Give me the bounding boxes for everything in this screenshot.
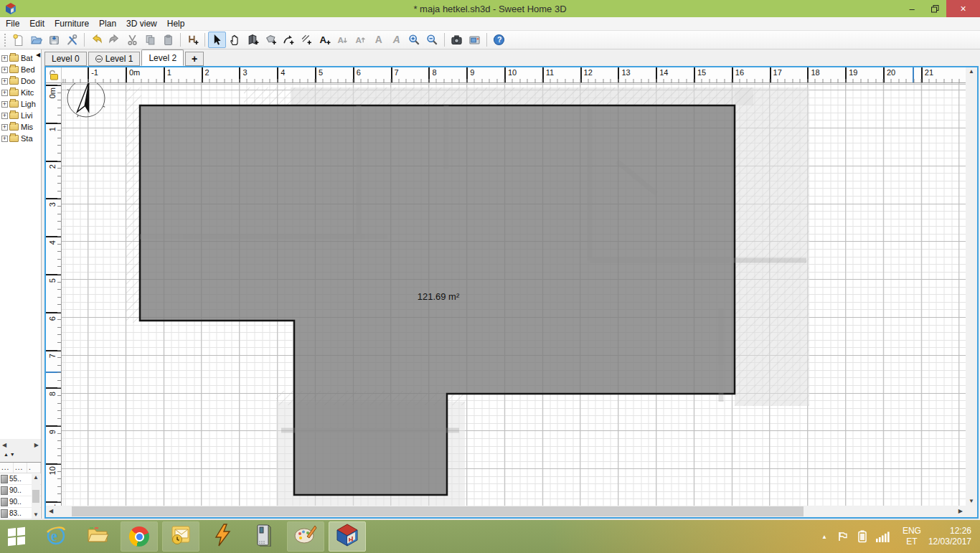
expand-icon[interactable]: + (1, 124, 8, 131)
scroll-right-icon[interactable]: ▶ (34, 443, 39, 448)
paste-button[interactable] (159, 32, 177, 48)
language-indicator[interactable]: ENGET (903, 526, 921, 547)
menu-plan[interactable]: Plan (95, 17, 121, 30)
close-button[interactable]: × (946, 0, 980, 17)
toolbar-drag-handle[interactable] (4, 33, 7, 47)
menu-edit[interactable]: Edit (25, 17, 49, 30)
expand-icon[interactable]: + (1, 67, 8, 73)
catalog-category-bed[interactable]: +Bed (1, 64, 41, 75)
undo-icon (90, 34, 103, 46)
create-walls-button[interactable] (244, 32, 262, 48)
expand-icon[interactable]: + (1, 55, 8, 62)
battery-icon[interactable] (858, 530, 867, 543)
file-explorer-button[interactable] (79, 521, 116, 552)
zoom-out-button[interactable] (423, 32, 441, 48)
scroll-up-icon[interactable]: ▲ (969, 69, 974, 75)
zoom-in-button[interactable] (405, 32, 423, 48)
minimize-button[interactable]: – (900, 0, 923, 17)
scroll-left-icon[interactable]: ◀ (49, 509, 53, 514)
scroll-down-icon[interactable]: ▼ (969, 498, 974, 504)
outlook-button[interactable] (162, 521, 199, 552)
scroll-right-icon[interactable]: ▶ (958, 509, 963, 514)
furniture-column-header[interactable]: ... (14, 463, 27, 473)
catalog-category-ligh[interactable]: +Ligh (1, 98, 41, 110)
menu-3d-view[interactable]: 3D view (122, 17, 161, 30)
create-video-button[interactable] (466, 32, 484, 48)
create-dimensions-button[interactable] (298, 32, 316, 48)
catalog-furniture-splitter[interactable]: ▲ ▼ (0, 452, 42, 462)
scrollbar-thumb[interactable] (72, 506, 804, 516)
tab-level-1[interactable]: Level 1 (88, 52, 141, 66)
bold-button[interactable]: A (369, 32, 387, 48)
select-tool-button[interactable] (208, 32, 226, 48)
expand-icon[interactable]: + (1, 78, 8, 85)
compass-icon[interactable] (67, 83, 105, 117)
catalog-category-kitc[interactable]: +Kitc (1, 87, 41, 98)
new-plan-button[interactable] (9, 32, 27, 48)
furniture-table-header[interactable]: ....... (0, 463, 41, 473)
furniture-column-header[interactable]: . (27, 463, 41, 473)
catalog-horizontal-scrollbar[interactable]: ◀ ▶ (0, 439, 42, 452)
catalog-category-livi[interactable]: +Livi (1, 110, 41, 121)
chrome-button[interactable] (121, 521, 158, 552)
create-rooms-icon (265, 34, 277, 46)
pan-tool-button[interactable] (226, 32, 244, 48)
scrollbar-thumb[interactable] (32, 490, 39, 503)
tab-level-0[interactable]: Level 0 (44, 52, 87, 66)
expand-icon[interactable]: + (1, 101, 8, 108)
start-button[interactable] (0, 520, 33, 553)
copy-button[interactable] (141, 32, 159, 48)
tray-expand-icon[interactable]: ▲ (821, 534, 827, 540)
plan-horizontal-scrollbar[interactable]: ◀ ▶ (46, 506, 966, 517)
paint-button[interactable] (287, 521, 324, 552)
action-center-flag-icon[interactable] (837, 531, 849, 542)
splitter-collapse-icon[interactable]: ◀ (36, 52, 40, 58)
tab-level-2[interactable]: Level 2 (141, 49, 184, 66)
file-explorer-icon (86, 524, 109, 549)
scroll-down-icon[interactable]: ▼ (33, 512, 39, 518)
plan-viewport[interactable]: -10m123456789101112131415161718192021 0m… (44, 66, 979, 519)
catalog-category-mis[interactable]: +Mis (1, 121, 41, 133)
menu-furniture[interactable]: Furniture (50, 17, 93, 30)
plan-canvas[interactable]: 121.69 m² (62, 83, 966, 506)
plan-vertical-scrollbar[interactable]: ▲ ▼ (966, 67, 977, 506)
add-level-tab-button[interactable]: + (185, 52, 204, 66)
save-plan-button[interactable] (45, 32, 63, 48)
h-ruler-label: 12 (580, 67, 593, 83)
expand-icon[interactable]: + (1, 90, 8, 96)
italic-button[interactable]: A (387, 32, 405, 48)
taskbar: e ▲ ENGET 12:26 (0, 520, 980, 553)
add-furniture-button[interactable] (184, 32, 202, 48)
increase-text-size-button[interactable]: A (352, 32, 369, 48)
preferences-button[interactable] (63, 32, 81, 48)
internet-explorer-button[interactable]: e (37, 521, 75, 552)
catalog-category-bat[interactable]: +Bat (1, 52, 41, 64)
network-signal-icon[interactable] (876, 531, 890, 542)
sweet-home-3d-button[interactable] (329, 521, 366, 552)
furniture-table-scrollbar[interactable]: ▲ ▼ (32, 474, 40, 519)
scroll-up-icon[interactable]: ▲ (33, 475, 39, 481)
cut-button[interactable] (123, 32, 141, 48)
catalog-category-sta[interactable]: +Sta (1, 133, 41, 144)
expand-icon[interactable]: + (1, 113, 8, 119)
menu-file[interactable]: File (1, 17, 24, 30)
winamp-button[interactable] (204, 521, 241, 552)
furniture-column-header[interactable]: ... (0, 463, 14, 473)
catalog-category-doo[interactable]: +Doo (1, 75, 41, 87)
create-rooms-button[interactable] (262, 32, 280, 48)
redo-button[interactable] (105, 32, 123, 48)
device-button[interactable] (245, 521, 283, 552)
create-photo-button[interactable] (448, 32, 466, 48)
open-plan-button[interactable] (27, 32, 45, 48)
menu-help[interactable]: Help (163, 17, 189, 30)
restore-button[interactable] (923, 0, 946, 17)
decrease-text-size-button[interactable]: A (334, 32, 352, 48)
undo-button[interactable] (88, 32, 105, 48)
expand-icon[interactable]: + (1, 136, 8, 142)
add-text-button[interactable]: A (316, 32, 334, 48)
help-button[interactable]: ? (490, 32, 508, 48)
scroll-left-icon[interactable]: ◀ (2, 443, 6, 448)
v-ruler-label: 7 (46, 350, 62, 360)
create-polylines-button[interactable] (280, 32, 298, 48)
clock[interactable]: 12:26 12/03/2017 (928, 526, 971, 547)
